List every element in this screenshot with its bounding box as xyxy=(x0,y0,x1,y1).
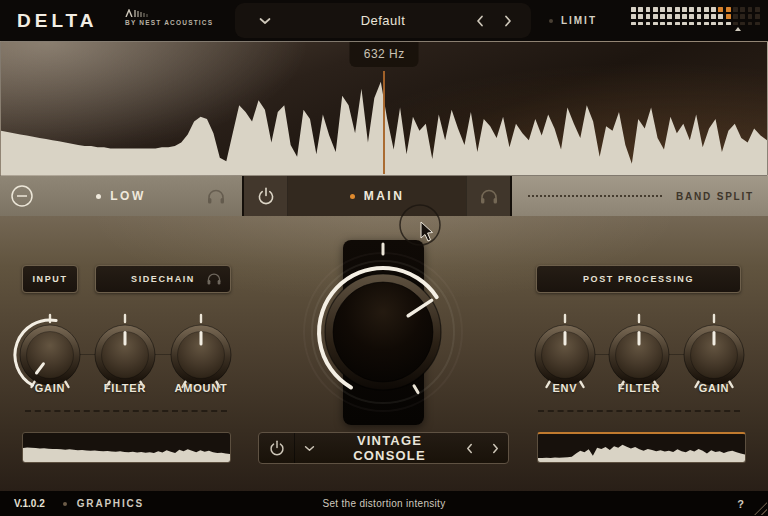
band-split-dotted-line xyxy=(528,195,662,197)
chevron-left-icon xyxy=(466,443,473,454)
dashed-divider-left xyxy=(25,410,227,412)
mode-name[interactable]: VINTAGE CONSOLE xyxy=(323,433,456,463)
preset-next-button[interactable] xyxy=(497,3,519,38)
meter-cell xyxy=(646,14,651,19)
meter-cell xyxy=(711,7,716,12)
meter-cell xyxy=(748,22,753,25)
meter-cell xyxy=(631,22,636,25)
sidechain-button-label: SIDECHAIN xyxy=(131,274,195,284)
gain-knob-label: GAIN xyxy=(8,382,92,394)
meter-cell xyxy=(704,22,709,25)
mode-power-button[interactable] xyxy=(259,433,295,463)
mode-prev-button[interactable] xyxy=(456,433,482,463)
distortion-mode-selector: VINTAGE CONSOLE xyxy=(258,432,509,464)
byline-text: BY NEST ACOUSTICS xyxy=(125,19,213,26)
headphones-icon xyxy=(206,188,226,204)
meter-cell xyxy=(740,22,745,25)
env-knob-label: ENV xyxy=(523,382,607,394)
filter2-knob-label: FILTER xyxy=(597,382,681,394)
meter-cell xyxy=(704,14,709,19)
meter-cell xyxy=(667,22,672,25)
status-bar: V.1.0.2 GRAPHICS Set the distortion inte… xyxy=(0,491,768,516)
headphones-icon xyxy=(479,188,499,204)
meter-cell xyxy=(631,7,636,12)
meter-cell xyxy=(675,14,680,19)
meter-cell xyxy=(755,22,760,25)
distortion-knob[interactable] xyxy=(288,237,478,427)
band-split-strip[interactable]: BAND SPLIT xyxy=(512,176,768,216)
meter-cell xyxy=(748,7,753,12)
band-split-label: BAND SPLIT xyxy=(676,191,754,202)
limit-toggle[interactable]: LIMIT xyxy=(549,0,597,41)
dashed-divider-right xyxy=(538,410,740,412)
meter-cell xyxy=(689,7,694,12)
meter-cell xyxy=(689,22,694,25)
meter-cell xyxy=(631,14,636,19)
sidechain-button[interactable]: SIDECHAIN xyxy=(95,265,231,293)
meter-cell xyxy=(740,7,745,12)
meter-cell xyxy=(638,14,643,19)
meter-cell xyxy=(718,7,723,12)
byline: BY NEST ACOUSTICS xyxy=(125,9,213,26)
meter-cell xyxy=(718,22,723,25)
chevron-right-icon xyxy=(504,15,512,27)
gain2-knob-label: GAIN xyxy=(672,382,756,394)
meter-cell xyxy=(667,7,672,12)
meter-cell xyxy=(653,7,658,12)
meter-cell xyxy=(697,22,702,25)
brand-logo: DELTA xyxy=(17,10,98,32)
meter-cell xyxy=(755,14,760,19)
crossover-frequency-label: 632 Hz xyxy=(350,42,419,67)
meter-cell xyxy=(697,14,702,19)
output-waveform-display xyxy=(537,432,746,463)
meter-cell xyxy=(682,14,687,19)
meter-cell xyxy=(660,7,665,12)
meter-cell xyxy=(675,22,680,25)
chevron-down-icon xyxy=(304,445,315,452)
plugin-window: DELTA BY NEST ACOUSTICS Default xyxy=(0,0,768,516)
sidechain-listen-button[interactable] xyxy=(206,272,222,285)
meter-cell xyxy=(660,22,665,25)
crossover-marker[interactable] xyxy=(383,71,385,174)
tab-low-band[interactable]: LOW xyxy=(0,176,242,216)
main-band-label: MAIN xyxy=(364,189,405,203)
control-panel: INPUT SIDECHAIN POST PROCESSING GAIN FIL… xyxy=(0,216,768,491)
mode-next-button[interactable] xyxy=(482,433,508,463)
meter-cell xyxy=(711,14,716,19)
tab-main-band[interactable]: MAIN xyxy=(244,176,510,216)
input-button[interactable]: INPUT xyxy=(22,265,78,293)
meter-cell xyxy=(638,22,643,25)
main-band-dot xyxy=(350,194,355,199)
low-solo-button[interactable] xyxy=(194,176,238,216)
output-meter xyxy=(631,7,762,27)
meter-cell xyxy=(733,22,738,25)
meter-cell xyxy=(682,22,687,25)
mode-menu-button[interactable] xyxy=(295,433,323,463)
meter-cell xyxy=(660,14,665,19)
topbar: DELTA BY NEST ACOUSTICS Default xyxy=(0,0,768,41)
chevron-right-icon xyxy=(492,443,499,454)
post-processing-label: POST PROCESSING xyxy=(583,274,694,284)
meter-cell xyxy=(726,22,731,25)
knob-graphic xyxy=(288,237,478,427)
limit-label: LIMIT xyxy=(561,15,597,26)
main-solo-button[interactable] xyxy=(466,176,510,216)
meter-cell xyxy=(704,7,709,12)
post-processing-button[interactable]: POST PROCESSING xyxy=(536,265,741,293)
spectrum-analyzer: 632 Hz xyxy=(0,41,768,176)
meter-cell xyxy=(740,14,745,19)
help-button[interactable]: ? xyxy=(737,498,744,510)
meter-cell xyxy=(682,7,687,12)
meter-cell xyxy=(646,22,651,25)
meter-cell xyxy=(718,14,723,19)
preset-bar: Default xyxy=(235,3,531,38)
meter-cell xyxy=(667,14,672,19)
input-waveform-display xyxy=(22,432,231,463)
meter-cell xyxy=(748,14,753,19)
meter-cell xyxy=(638,7,643,12)
meter-cell xyxy=(653,22,658,25)
preset-prev-button[interactable] xyxy=(469,3,491,38)
chevron-left-icon xyxy=(476,15,484,27)
meter-cell xyxy=(726,7,731,12)
meter-cell xyxy=(697,7,702,12)
